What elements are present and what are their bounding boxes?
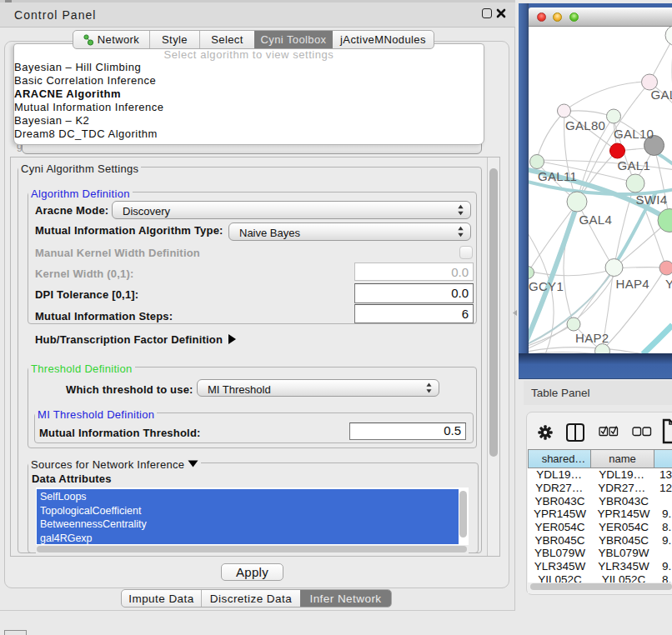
svg-text:HAP4: HAP4 <box>616 277 649 291</box>
svg-text:GAL11: GAL11 <box>538 169 577 183</box>
svg-text:GAL10: GAL10 <box>614 127 654 141</box>
svg-text:Y: Y <box>665 277 672 291</box>
svg-text:SWI4: SWI4 <box>636 192 668 207</box>
svg-text:HAP2: HAP2 <box>575 331 609 345</box>
svg-text:GCY1: GCY1 <box>529 279 564 293</box>
svg-text:GAL4: GAL4 <box>579 212 613 227</box>
svg-text:GAL2: GAL2 <box>651 88 672 102</box>
svg-text:GAL80: GAL80 <box>565 118 605 132</box>
svg-text:GAL1: GAL1 <box>618 158 651 172</box>
